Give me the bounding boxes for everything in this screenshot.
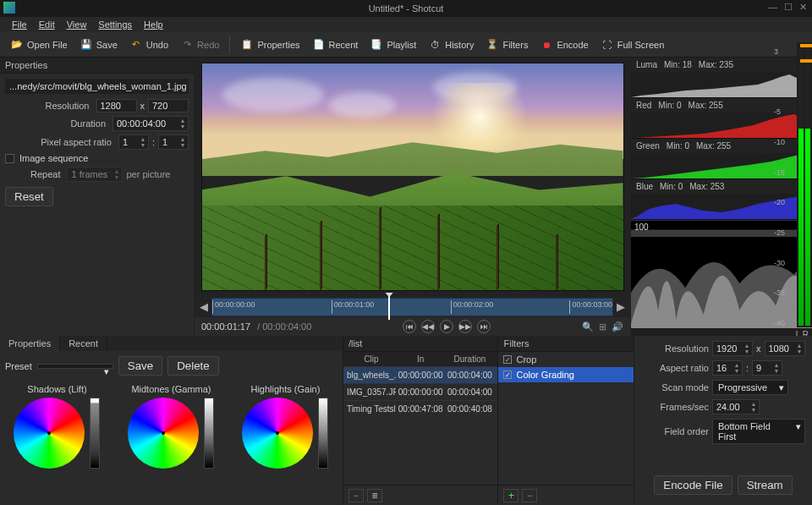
- menu-help[interactable]: Help: [139, 18, 168, 31]
- save-button[interactable]: 💾Save: [74, 36, 123, 54]
- preset-select[interactable]: [37, 364, 113, 369]
- history-button[interactable]: ⏱History: [423, 36, 479, 54]
- shadows-slider[interactable]: [90, 398, 100, 469]
- add-filter-button[interactable]: +: [503, 489, 518, 502]
- tab-properties[interactable]: Properties: [0, 336, 60, 351]
- vu-left: [798, 44, 804, 326]
- shadows-wheel[interactable]: [14, 398, 85, 469]
- playlist-icon: 📑: [370, 38, 383, 52]
- fullscreen-button[interactable]: ⛶Full Screen: [595, 36, 670, 54]
- encode-button[interactable]: ⏺Encode: [535, 36, 593, 54]
- preview-image[interactable]: [201, 63, 624, 291]
- next-frame-button[interactable]: ▶▶: [458, 320, 472, 333]
- close-icon[interactable]: ✕: [799, 2, 807, 13]
- menubar: File Edit View Settings Help: [0, 17, 812, 32]
- midtones-wheel[interactable]: [128, 398, 199, 469]
- filters-button[interactable]: ⏳Filters: [480, 36, 533, 54]
- playlist-row[interactable]: Timing Testsl...00:00:47:0800:00:40:08: [343, 400, 498, 417]
- playlist-button[interactable]: 📑Playlist: [365, 36, 421, 54]
- history-icon: ⏱: [428, 38, 442, 52]
- filter-item[interactable]: ✓Crop: [498, 352, 634, 367]
- titlebar: Untitled* - Shotcut — ☐ ✕: [0, 0, 812, 17]
- menu-file[interactable]: File: [7, 18, 32, 31]
- color-grading-panel: Properties Recent Preset Save Delete Sha…: [0, 336, 343, 505]
- par-label: Pixel aspect ratio: [41, 137, 112, 147]
- menu-edit[interactable]: Edit: [34, 18, 60, 31]
- ex-fps-input[interactable]: 24.00▴▾: [712, 399, 760, 414]
- remove-clip-button[interactable]: −: [348, 489, 364, 502]
- properties-button[interactable]: 📋Properties: [235, 36, 304, 54]
- highlights-wheel[interactable]: [242, 398, 313, 469]
- par-a-input[interactable]: 1▴▾: [118, 134, 149, 150]
- duration-input[interactable]: 00:00:04:00▴▾: [112, 116, 189, 131]
- recent-icon: 📄: [312, 38, 326, 52]
- reset-button[interactable]: Reset: [5, 187, 53, 206]
- par-b-input[interactable]: 1▴▾: [158, 134, 189, 150]
- grid-icon[interactable]: ⊞: [599, 321, 606, 332]
- remove-filter-button[interactable]: −: [522, 489, 537, 502]
- filters-title: Filters: [498, 336, 634, 352]
- encode-file-button[interactable]: Encode File: [654, 475, 732, 495]
- redo-button[interactable]: ↷Redo: [175, 36, 224, 54]
- ex-res-h[interactable]: 1080▴▾: [765, 341, 805, 356]
- timeline-scrubber[interactable]: ◀ 00:00:00:00 00:00:01:00 00:00:02:00 00…: [195, 296, 630, 317]
- res-height-input[interactable]: 720: [148, 99, 189, 113]
- playlist-row[interactable]: blg_wheels_...00:00:00:0000:00:04:00: [343, 366, 498, 383]
- list-view-button[interactable]: ≡: [367, 489, 382, 502]
- filters-icon: ⏳: [486, 38, 499, 52]
- image-sequence-label: Image sequence: [19, 153, 88, 163]
- scrub-track[interactable]: 00:00:00:00 00:00:01:00 00:00:02:00 00:0…: [211, 298, 613, 316]
- ex-res-w[interactable]: 1920▴▾: [712, 341, 753, 356]
- filter-checkbox[interactable]: ✓: [503, 355, 512, 364]
- ex-field-select[interactable]: Bottom Field First: [712, 419, 805, 444]
- highlights-slider[interactable]: [318, 398, 328, 469]
- window-controls[interactable]: — ☐ ✕: [768, 2, 807, 13]
- filter-checkbox[interactable]: ✓: [503, 371, 512, 379]
- menu-settings[interactable]: Settings: [93, 18, 137, 31]
- menu-view[interactable]: View: [62, 18, 92, 31]
- ex-fps-label: Frames/sec: [641, 402, 709, 412]
- ex-scan-label: Scan mode: [641, 382, 709, 392]
- maximize-icon[interactable]: ☐: [784, 2, 793, 13]
- repeat-input[interactable]: 1 frames▴▾: [67, 167, 123, 182]
- ex-asp-b[interactable]: 9▴▾: [752, 360, 782, 376]
- midtones-label: Midtones (Gamma): [131, 384, 211, 394]
- playlist-header: ClipInDuration: [343, 352, 498, 366]
- prev-frame-button[interactable]: ◀◀: [421, 320, 435, 333]
- current-time: 00:00:01:17: [201, 321, 250, 332]
- stream-button[interactable]: Stream: [738, 475, 793, 495]
- undo-icon: ↶: [129, 38, 143, 52]
- tab-recent[interactable]: Recent: [60, 336, 107, 351]
- seek-end-icon[interactable]: ▶: [617, 300, 625, 313]
- seek-start-icon[interactable]: ◀: [200, 300, 208, 313]
- playlist-row[interactable]: IMG_0357.JPG00:00:00:0000:00:04:00: [343, 383, 498, 400]
- filter-item[interactable]: ✓Color Grading: [498, 367, 634, 382]
- save-preset-button[interactable]: Save: [118, 356, 162, 376]
- redo-icon: ↷: [180, 38, 194, 52]
- playlist-panel: /list ClipInDuration blg_wheels_...00:00…: [343, 336, 499, 505]
- zoom-icon[interactable]: 🔍: [582, 321, 594, 332]
- play-button[interactable]: ▶: [440, 320, 453, 333]
- delete-preset-button[interactable]: Delete: [167, 356, 219, 376]
- ex-asp-a[interactable]: 16▴▾: [712, 360, 743, 376]
- open-file-button[interactable]: 📂Open File: [5, 36, 73, 54]
- undo-button[interactable]: ↶Undo: [124, 36, 173, 54]
- highlights-label: Highlights (Gain): [250, 384, 320, 394]
- res-width-input[interactable]: 1280: [96, 99, 137, 113]
- skip-end-button[interactable]: ⏭: [477, 320, 491, 333]
- app-icon: [3, 2, 15, 14]
- volume-icon[interactable]: 🔊: [612, 321, 623, 332]
- playhead[interactable]: [388, 296, 390, 320]
- toolbar-separator: [229, 36, 230, 54]
- recent-button[interactable]: 📄Recent: [307, 36, 364, 54]
- vu-right: [805, 44, 810, 326]
- toolbar: 📂Open File 💾Save ↶Undo ↷Redo 📋Properties…: [0, 32, 812, 58]
- total-time: / 00:00:04:00: [257, 321, 311, 332]
- ex-scan-select[interactable]: Progressive: [712, 380, 788, 395]
- midtones-slider[interactable]: [204, 398, 214, 469]
- playlist-title: /list: [343, 336, 498, 352]
- image-sequence-checkbox[interactable]: [5, 154, 14, 163]
- lower-area: Properties Recent Preset Save Delete Sha…: [0, 336, 812, 505]
- skip-start-button[interactable]: ⏮: [403, 320, 416, 333]
- minimize-icon[interactable]: —: [768, 2, 777, 13]
